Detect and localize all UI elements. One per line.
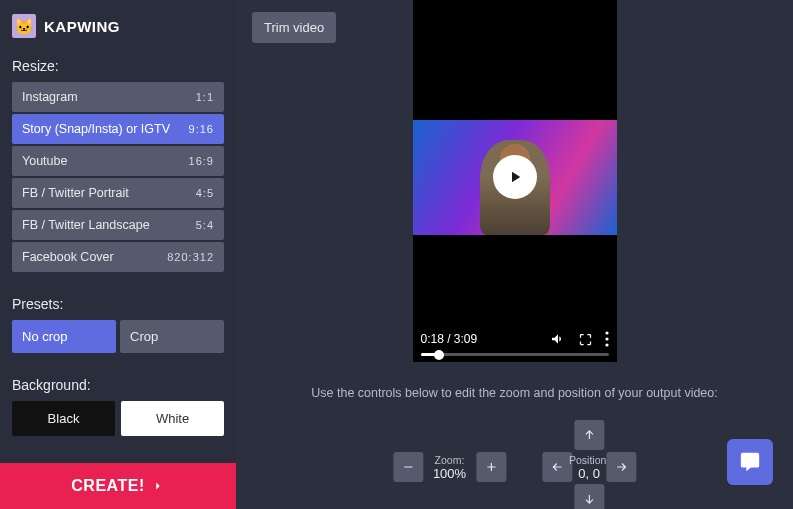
- chat-button[interactable]: [727, 439, 773, 485]
- trim-video-button[interactable]: Trim video: [252, 12, 336, 43]
- position-left-button[interactable]: [542, 452, 572, 482]
- resize-option-ratio: 5:4: [196, 219, 214, 231]
- zoom-value: 100%: [433, 466, 466, 481]
- main-canvas: Trim video 0:18 / 3:09: [236, 0, 793, 509]
- position-down-button[interactable]: [574, 484, 604, 509]
- video-progress[interactable]: [421, 353, 609, 356]
- zoom-out-button[interactable]: [393, 452, 423, 482]
- arrow-up-icon: [582, 428, 596, 442]
- arrow-down-icon: [582, 492, 596, 506]
- position-label: Position:: [569, 454, 609, 466]
- controls-hint: Use the controls below to edit the zoom …: [311, 386, 718, 400]
- fullscreen-icon[interactable]: [578, 332, 593, 347]
- preset-crop[interactable]: Crop: [120, 320, 224, 353]
- resize-fb-portrait[interactable]: FB / Twitter Portrait 4:5: [12, 178, 224, 208]
- position-controls: Position: 0, 0: [542, 420, 636, 509]
- presets-section-label: Presets:: [12, 296, 224, 312]
- resize-option-ratio: 820:312: [167, 251, 214, 263]
- resize-fb-cover[interactable]: Facebook Cover 820:312: [12, 242, 224, 272]
- resize-youtube[interactable]: Youtube 16:9: [12, 146, 224, 176]
- video-preview: 0:18 / 3:09: [413, 0, 617, 362]
- resize-options: Instagram 1:1 Story (Snap/Insta) or IGTV…: [12, 82, 224, 272]
- resize-instagram[interactable]: Instagram 1:1: [12, 82, 224, 112]
- play-icon: [506, 168, 524, 186]
- bg-black-button[interactable]: Black: [12, 401, 115, 436]
- resize-option-ratio: 1:1: [196, 91, 214, 103]
- resize-option-label: FB / Twitter Portrait: [22, 186, 129, 200]
- chevron-right-icon: [151, 479, 165, 493]
- resize-option-label: Youtube: [22, 154, 67, 168]
- video-time: 0:18 / 3:09: [421, 332, 478, 346]
- resize-option-ratio: 16:9: [189, 155, 214, 167]
- svg-point-0: [605, 331, 608, 334]
- sidebar: 🐱 KAPWING Resize: Instagram 1:1 Story (S…: [0, 0, 236, 509]
- arrow-right-icon: [614, 460, 628, 474]
- background-options: Black White: [12, 401, 224, 436]
- brand-logo: 🐱: [12, 14, 36, 38]
- minus-icon: [401, 460, 415, 474]
- chat-icon: [739, 451, 761, 473]
- resize-section-label: Resize:: [12, 58, 224, 74]
- bg-white-button[interactable]: White: [121, 401, 224, 436]
- volume-icon[interactable]: [550, 331, 566, 347]
- resize-fb-landscape[interactable]: FB / Twitter Landscape 5:4: [12, 210, 224, 240]
- svg-point-2: [605, 343, 608, 346]
- resize-option-ratio: 4:5: [196, 187, 214, 199]
- resize-option-label: Facebook Cover: [22, 250, 114, 264]
- resize-option-label: Story (Snap/Insta) or IGTV: [22, 122, 170, 136]
- create-button-label: CREATE!: [71, 477, 144, 495]
- output-controls: Zoom: 100% Position: 0, 0: [393, 420, 636, 509]
- arrow-left-icon: [550, 460, 564, 474]
- brand: 🐱 KAPWING: [12, 14, 224, 38]
- position-up-button[interactable]: [574, 420, 604, 450]
- preset-options: No crop Crop: [12, 320, 224, 353]
- play-button[interactable]: [493, 155, 537, 199]
- resize-option-label: FB / Twitter Landscape: [22, 218, 150, 232]
- plus-icon: [484, 460, 498, 474]
- create-button[interactable]: CREATE!: [0, 463, 236, 509]
- position-value: 0, 0: [569, 466, 609, 481]
- brand-name: KAPWING: [44, 18, 120, 35]
- zoom-in-button[interactable]: [476, 452, 506, 482]
- position-right-button[interactable]: [606, 452, 636, 482]
- video-controls: 0:18 / 3:09: [413, 325, 617, 362]
- resize-option-label: Instagram: [22, 90, 78, 104]
- zoom-controls: Zoom: 100%: [393, 452, 506, 482]
- video-progress-thumb[interactable]: [434, 350, 444, 360]
- background-section-label: Background:: [12, 377, 224, 393]
- resize-story[interactable]: Story (Snap/Insta) or IGTV 9:16: [12, 114, 224, 144]
- zoom-label: Zoom:: [433, 454, 466, 466]
- preset-no-crop[interactable]: No crop: [12, 320, 116, 353]
- resize-option-ratio: 9:16: [189, 123, 214, 135]
- more-icon[interactable]: [605, 331, 609, 347]
- svg-point-1: [605, 337, 608, 340]
